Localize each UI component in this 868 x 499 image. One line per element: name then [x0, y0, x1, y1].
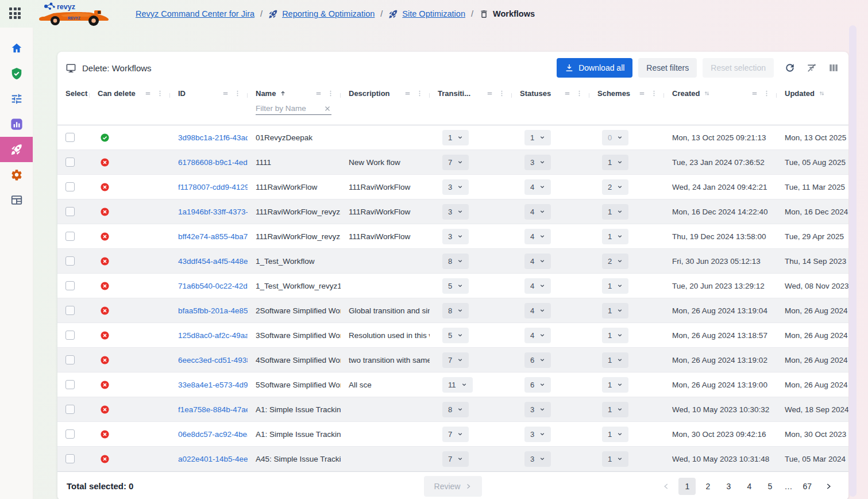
filter-menu-icon[interactable]	[638, 89, 646, 98]
breadcrumb-reporting-optimization[interactable]: Reporting & Optimization	[268, 9, 375, 19]
pagination-page-4[interactable]: 4	[740, 478, 758, 495]
sidebar-item-analytics[interactable]	[0, 112, 33, 137]
schemes-dropdown[interactable]: 1	[602, 328, 628, 343]
sidebar-item-settings[interactable]	[0, 162, 33, 187]
column-header-description[interactable]: Description	[341, 89, 430, 98]
pagination-next-button[interactable]	[820, 478, 837, 495]
filter-menu-icon[interactable]	[485, 89, 494, 98]
column-header-schemes[interactable]: Schemes	[589, 89, 664, 98]
workflow-id-link[interactable]: 06e8dc57-ac92-4bea-b	[178, 430, 248, 439]
schemes-dropdown[interactable]: 1	[602, 303, 628, 318]
row-select-checkbox[interactable]	[65, 405, 75, 414]
transitions-dropdown[interactable]: 8	[442, 303, 469, 318]
workflow-id-link[interactable]: 71a6b540-0c22-42da-b	[178, 282, 248, 290]
statuses-dropdown[interactable]: 4	[524, 278, 551, 294]
sort-both-icon[interactable]	[818, 90, 825, 97]
row-select-checkbox[interactable]	[65, 281, 75, 290]
workflow-id-link[interactable]: bfaa5fbb-201a-4e85-9	[178, 306, 248, 315]
transitions-dropdown[interactable]: 3	[442, 179, 469, 195]
filter-menu-icon[interactable]	[403, 89, 412, 98]
schemes-dropdown[interactable]: 1	[602, 229, 628, 244]
statuses-dropdown[interactable]: 1	[524, 130, 551, 145]
kebab-menu-icon[interactable]	[497, 89, 506, 98]
schemes-dropdown[interactable]: 1	[602, 402, 628, 417]
workflow-id-link[interactable]: 6eecc3ed-cd51-4938-8	[178, 356, 248, 364]
statuses-dropdown[interactable]: 4	[524, 303, 551, 318]
transitions-dropdown[interactable]: 5	[442, 278, 469, 294]
row-select-checkbox[interactable]	[65, 133, 75, 142]
sidebar-item-data-table[interactable]	[0, 187, 33, 213]
row-select-checkbox[interactable]	[65, 454, 75, 463]
filter-menu-icon[interactable]	[144, 89, 152, 98]
statuses-dropdown[interactable]: 3	[524, 451, 551, 467]
statuses-dropdown[interactable]: 3	[524, 427, 551, 442]
sidebar-item-security[interactable]	[0, 61, 33, 86]
statuses-dropdown[interactable]: 3	[524, 402, 551, 417]
pagination-page-2[interactable]: 2	[699, 478, 716, 495]
schemes-dropdown[interactable]: 1	[602, 352, 628, 368]
schemes-dropdown[interactable]: 2	[602, 179, 628, 195]
statuses-dropdown[interactable]: 4	[524, 254, 551, 269]
clear-x-icon[interactable]	[323, 105, 331, 113]
column-header-can-delete[interactable]: Can delete	[90, 89, 170, 98]
transitions-dropdown[interactable]: 5	[442, 328, 469, 343]
pagination-page-67[interactable]: 67	[798, 478, 816, 495]
sort-asc-icon[interactable]	[279, 90, 287, 97]
workflow-id-link[interactable]: f1178007-cdd9-4129-a	[178, 183, 248, 191]
transitions-dropdown[interactable]: 8	[442, 254, 469, 269]
transitions-dropdown[interactable]: 7	[442, 352, 469, 368]
statuses-dropdown[interactable]: 4	[524, 179, 551, 195]
schemes-dropdown[interactable]: 1	[602, 377, 628, 393]
review-button[interactable]: Review	[424, 476, 483, 497]
transitions-dropdown[interactable]: 8	[442, 402, 469, 417]
row-select-checkbox[interactable]	[65, 380, 75, 389]
schemes-dropdown[interactable]: 1	[602, 451, 628, 467]
row-select-checkbox[interactable]	[65, 331, 75, 340]
statuses-dropdown[interactable]: 6	[524, 377, 551, 393]
transitions-dropdown[interactable]: 3	[442, 204, 469, 220]
row-select-checkbox[interactable]	[65, 207, 75, 216]
row-select-checkbox[interactable]	[65, 232, 75, 241]
clear-filters-icon[interactable]	[806, 62, 817, 74]
row-select-checkbox[interactable]	[65, 429, 75, 439]
schemes-dropdown[interactable]: 2	[602, 254, 628, 269]
pagination-page-5[interactable]: 5	[761, 478, 778, 495]
pagination-page-1[interactable]: 1	[678, 478, 696, 495]
column-header-transiti[interactable]: Transiti...	[430, 89, 512, 98]
sort-both-icon[interactable]	[703, 90, 711, 97]
schemes-dropdown[interactable]: 0	[602, 130, 628, 145]
column-header-name[interactable]: Name	[248, 89, 341, 98]
name-filter-input[interactable]	[256, 104, 323, 113]
download-all-button[interactable]: Download all	[557, 58, 632, 78]
row-select-checkbox[interactable]	[65, 158, 75, 167]
pagination-page-3[interactable]: 3	[720, 478, 737, 495]
sidebar-item-optimization[interactable]	[0, 137, 33, 162]
statuses-dropdown[interactable]: 4	[524, 229, 551, 244]
sidebar-item-configuration[interactable]	[0, 86, 33, 112]
schemes-dropdown[interactable]: 1	[602, 278, 628, 294]
row-select-checkbox[interactable]	[65, 256, 75, 266]
workflow-id-link[interactable]: 61786608-b9c1-4edf-a	[178, 158, 248, 167]
kebab-menu-icon[interactable]	[575, 89, 584, 98]
workflow-id-link[interactable]: a022e401-14b5-4ee1-a	[178, 455, 248, 463]
workflow-id-link[interactable]: 3d98bc1a-21f6-43ad-b	[178, 133, 248, 142]
column-header-select[interactable]: Select	[57, 89, 90, 98]
workflow-id-link[interactable]: 33e8a4e1-e573-4d9c-9	[178, 381, 248, 389]
filter-menu-icon[interactable]	[221, 89, 230, 98]
statuses-dropdown[interactable]: 6	[524, 352, 551, 368]
reset-filters-button[interactable]: Reset filters	[638, 58, 697, 78]
row-select-checkbox[interactable]	[65, 355, 75, 364]
transitions-dropdown[interactable]: 1	[442, 130, 469, 145]
column-header-id[interactable]: ID	[170, 89, 248, 98]
sidebar-item-home[interactable]	[0, 36, 33, 61]
schemes-dropdown[interactable]: 1	[602, 427, 628, 442]
column-header-updated[interactable]: Updated	[777, 89, 848, 98]
workflow-id-link[interactable]: 1a1946bf-33ff-4373-8	[178, 208, 248, 216]
transitions-dropdown[interactable]: 7	[442, 451, 469, 467]
filter-menu-icon[interactable]	[563, 89, 572, 98]
schemes-dropdown[interactable]: 1	[602, 204, 628, 220]
row-select-checkbox[interactable]	[65, 306, 75, 315]
reset-selection-button[interactable]: Reset selection	[703, 58, 774, 78]
kebab-menu-icon[interactable]	[650, 89, 658, 98]
columns-icon[interactable]	[828, 62, 839, 74]
